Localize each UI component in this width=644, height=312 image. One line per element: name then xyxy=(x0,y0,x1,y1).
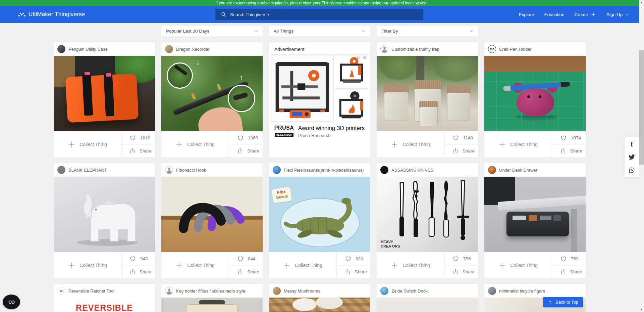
thing-thumbnail[interactable] xyxy=(161,177,263,252)
ad-close-icon[interactable]: ✕ xyxy=(363,55,367,60)
sort-dropdown[interactable]: Popular Last 30 Days xyxy=(161,26,263,36)
creator-avatar[interactable] xyxy=(57,45,65,53)
adchoices-icon[interactable]: ▷ xyxy=(357,55,361,60)
collect-thing-button[interactable]: Collect Thing xyxy=(54,252,121,278)
thing-thumbnail[interactable]: HEAVY CREA ORS xyxy=(377,177,478,252)
collect-thing-button[interactable]: Collect Thing xyxy=(269,252,337,278)
thing-title[interactable]: Zelda Switch Dock xyxy=(391,288,428,294)
thing-type-dropdown[interactable]: All Things xyxy=(269,26,370,36)
collect-thing-button[interactable]: Collect Thing xyxy=(484,131,552,157)
creator-avatar[interactable] xyxy=(273,166,281,174)
scroll-up-arrow[interactable]: ▲ xyxy=(639,0,644,5)
thing-card: Fibonacci Hook Collect Thing xyxy=(161,163,263,278)
creator-avatar[interactable] xyxy=(165,166,173,174)
heart-icon xyxy=(560,134,567,141)
ad-image-bottom[interactable] xyxy=(335,90,368,124)
thing-title[interactable]: Reversible Ratchet Tool xyxy=(68,288,114,294)
creator-avatar[interactable] xyxy=(380,287,388,295)
nav-explore[interactable]: Explore xyxy=(519,12,534,17)
scrollbar-thumb[interactable] xyxy=(639,50,644,165)
back-to-top-button[interactable]: Back to Top xyxy=(543,297,583,307)
thing-thumbnail[interactable] xyxy=(54,177,155,252)
brand-logo[interactable]: UltiMaker Thingiverse xyxy=(18,6,85,23)
ad-advertiser[interactable]: Prusa Research xyxy=(298,133,365,138)
collect-thing-button[interactable]: Collect Thing xyxy=(161,131,229,157)
ad-creative[interactable]: ▷ ✕ xyxy=(271,54,368,138)
cookie-consent-button[interactable]: CO xyxy=(3,295,20,309)
like-button[interactable]: 796 xyxy=(444,252,478,265)
nav-create[interactable]: Create xyxy=(574,11,596,17)
thing-title[interactable]: Messy Mushrooms xyxy=(284,288,320,294)
thing-thumbnail[interactable] xyxy=(377,56,478,131)
heart-icon xyxy=(129,134,136,141)
nav-signup[interactable]: Sign Up xyxy=(606,12,629,17)
thing-thumbnail[interactable]: ↓ ↑ xyxy=(161,56,263,131)
share-button[interactable]: Share xyxy=(121,144,155,157)
collect-thing-button[interactable]: Collect Thing xyxy=(161,252,229,278)
share-button[interactable]: Share xyxy=(121,265,155,278)
prusa-logo[interactable]: PRUSA RESEARCH xyxy=(274,125,294,137)
collect-thing-button[interactable]: Collect Thing xyxy=(484,252,552,278)
like-button[interactable]: 820 xyxy=(337,252,370,265)
thing-thumbnail[interactable] xyxy=(484,177,586,252)
thing-thumbnail[interactable] xyxy=(54,56,155,131)
creator-avatar[interactable] xyxy=(165,45,173,53)
scroll-down-arrow[interactable]: ▼ xyxy=(639,307,644,312)
like-button[interactable]: 1810 xyxy=(121,131,155,144)
thing-title[interactable]: Flexi Plesiosaurus(print-in-placeiosauru… xyxy=(284,168,364,173)
thing-title[interactable]: Customizable fruitfly trap xyxy=(391,47,439,52)
thing-title[interactable]: Key holder fifties / sixties radio style xyxy=(176,288,245,294)
flex-seeds-watermark: Flex Seeds xyxy=(271,187,292,203)
thing-thumbnail[interactable] xyxy=(377,298,478,312)
thing-title[interactable]: Dragon Recorder xyxy=(176,47,210,52)
filter-by-dropdown[interactable]: Filter By xyxy=(377,26,478,36)
collect-thing-button[interactable]: Collect Thing xyxy=(54,131,121,157)
creator-avatar[interactable] xyxy=(488,287,496,295)
like-button[interactable]: 844 xyxy=(229,252,263,265)
thing-title[interactable]: Crab Pen Holder xyxy=(499,47,532,52)
collect-thing-button[interactable]: Collect Thing xyxy=(377,252,444,278)
thing-thumbnail[interactable]: Flex Seeds xyxy=(269,177,370,252)
thing-thumbnail[interactable] xyxy=(484,56,586,131)
share-button[interactable]: Share xyxy=(552,265,586,278)
creator-avatar[interactable] xyxy=(488,166,496,174)
share-button[interactable]: Share xyxy=(444,144,478,157)
thing-thumbnail[interactable] xyxy=(161,298,263,312)
creator-avatar[interactable] xyxy=(380,166,388,174)
share-button[interactable]: Share xyxy=(337,265,370,278)
like-button[interactable]: 1074 xyxy=(552,131,586,144)
twitter-icon[interactable] xyxy=(629,154,635,160)
plus-icon xyxy=(391,262,398,269)
like-button[interactable]: 752 xyxy=(552,252,586,265)
whatsapp-icon[interactable] xyxy=(629,167,635,173)
share-button[interactable]: Share xyxy=(229,144,263,157)
creator-avatar[interactable] xyxy=(165,287,173,295)
search-input[interactable] xyxy=(230,12,423,17)
thing-title[interactable]: Under Desk Drawer xyxy=(499,168,537,173)
share-button[interactable]: Share xyxy=(229,265,263,278)
collect-thing-button[interactable]: Collect Thing xyxy=(377,131,444,157)
ad-headline[interactable]: Award winning 3D printers xyxy=(298,125,365,132)
share-label: Share xyxy=(247,269,259,274)
like-button[interactable]: 1140 xyxy=(444,131,478,144)
like-button[interactable]: 943 xyxy=(121,252,155,265)
creator-avatar[interactable]: J3D xyxy=(488,45,496,53)
thing-thumbnail[interactable] xyxy=(269,298,370,312)
nav-education[interactable]: Education xyxy=(544,12,564,17)
share-button[interactable]: Share xyxy=(552,144,586,157)
search-bar[interactable] xyxy=(215,9,423,20)
thing-thumbnail[interactable]: REVERSIBLE xyxy=(54,298,155,312)
creator-avatar[interactable] xyxy=(57,166,65,174)
facebook-icon[interactable]: f xyxy=(629,141,635,147)
thing-title[interactable]: Penguin Utility Case xyxy=(68,47,108,52)
thing-title[interactable]: Fibonacci Hook xyxy=(176,168,206,173)
share-button[interactable]: Share xyxy=(444,265,478,278)
thing-title[interactable]: BLANK ELEPHANT xyxy=(68,168,107,173)
like-button[interactable]: 1368 xyxy=(229,131,263,144)
creator-avatar[interactable]: S! xyxy=(57,287,65,295)
creator-avatar[interactable] xyxy=(273,287,281,295)
thing-title[interactable]: minimalist bicycle figure xyxy=(499,288,545,294)
thing-title[interactable]: ASSASSINS KNIVES xyxy=(391,168,433,173)
creator-avatar[interactable] xyxy=(380,45,388,53)
ad-image-main[interactable] xyxy=(271,54,334,122)
